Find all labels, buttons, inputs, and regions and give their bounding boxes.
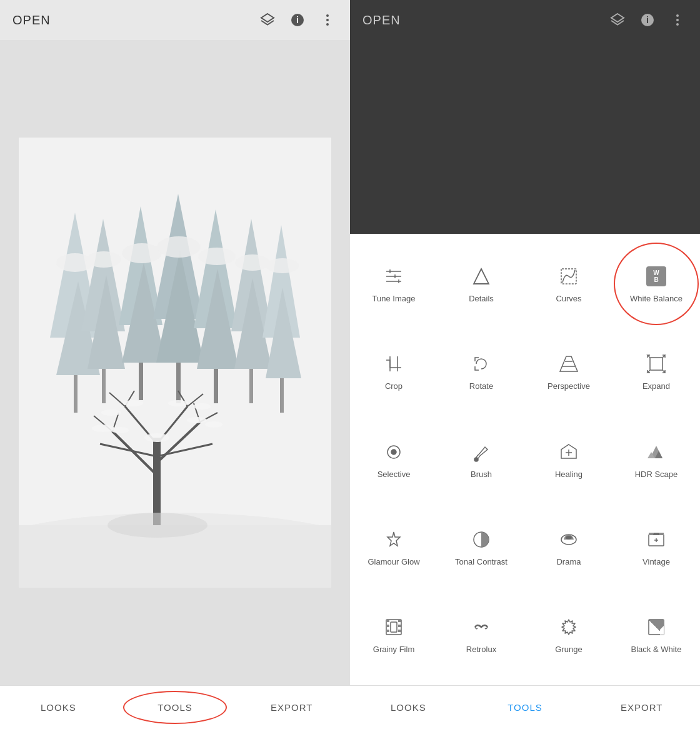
svg-point-4 [326, 19, 329, 21]
glamour-label: Glamour Glow [368, 557, 419, 568]
svg-point-65 [676, 14, 679, 17]
svg-rect-37 [153, 438, 161, 525]
left-header: OPEN i [0, 0, 350, 40]
svg-point-94 [566, 536, 571, 539]
tune-image-label: Tune Image [372, 294, 416, 304]
svg-point-5 [326, 23, 329, 26]
tool-tonal-contrast[interactable]: Tonal Contrast [438, 503, 525, 591]
selective-icon [381, 440, 406, 465]
right-layers-icon[interactable] [608, 10, 628, 30]
svg-point-61 [108, 513, 208, 538]
left-panel: OPEN i [0, 0, 350, 729]
right-header-icons: i [608, 10, 688, 30]
left-header-title: OPEN [12, 13, 51, 28]
svg-point-56 [101, 410, 121, 416]
right-header-title: OPEN [362, 13, 401, 28]
right-info-icon[interactable]: i [638, 10, 658, 30]
svg-rect-11 [74, 375, 78, 413]
tool-hdr-scape[interactable]: HDR Scape [612, 416, 700, 503]
tool-white-balance[interactable]: WB White Balance [612, 240, 700, 328]
svg-point-35 [235, 254, 270, 271]
svg-rect-20 [176, 363, 181, 403]
right-nav-export[interactable]: EXPORT [583, 686, 700, 729]
tool-grainy-film[interactable]: Grainy Film [350, 591, 438, 679]
tool-grunge[interactable]: Grunge [525, 591, 612, 679]
details-label: Details [469, 294, 494, 304]
vintage-icon [644, 527, 669, 552]
tool-healing[interactable]: Healing [525, 416, 612, 503]
hdr-icon [644, 440, 669, 465]
svg-marker-0 [261, 14, 274, 22]
svg-point-53 [111, 427, 129, 433]
right-dark-area [350, 40, 700, 234]
tool-curves[interactable]: Curves [525, 240, 612, 328]
svg-rect-103 [386, 630, 389, 632]
crop-label: Crop [385, 381, 402, 392]
photo-container [0, 40, 350, 685]
photo-frame [19, 138, 331, 588]
tool-glamour-glow[interactable]: Glamour Glow [350, 503, 438, 591]
hdr-label: HDR Scape [635, 470, 678, 480]
tool-perspective[interactable]: Perspective [525, 328, 612, 415]
bw-icon [644, 615, 669, 640]
svg-marker-74 [474, 269, 489, 284]
perspective-icon [556, 351, 581, 376]
tool-drama[interactable]: Drama [525, 503, 612, 591]
svg-point-36 [266, 258, 299, 273]
svg-rect-23 [214, 369, 218, 403]
tool-tune-image[interactable]: Tune Image [350, 240, 438, 328]
tool-details[interactable]: Details [438, 240, 525, 328]
rotate-label: Rotate [469, 381, 493, 392]
svg-rect-81 [650, 358, 662, 370]
svg-point-52 [92, 425, 114, 432]
svg-rect-107 [391, 622, 397, 632]
tool-selective[interactable]: Selective [350, 416, 438, 503]
svg-point-59 [193, 403, 211, 410]
brush-label: Brush [471, 470, 492, 480]
tool-crop[interactable]: Crop [350, 328, 438, 415]
drama-label: Drama [556, 557, 581, 568]
svg-point-60 [144, 433, 169, 442]
left-bottom-nav: LOOKS TOOLS EXPORT [0, 685, 350, 729]
svg-rect-17 [139, 363, 143, 400]
tool-expand[interactable]: Expand [612, 328, 700, 415]
rotate-icon [469, 351, 494, 376]
info-icon[interactable]: i [288, 10, 308, 30]
svg-point-83 [391, 450, 396, 455]
svg-rect-101 [386, 620, 389, 622]
vintage-label: Vintage [642, 557, 670, 568]
left-nav-export[interactable]: EXPORT [233, 686, 350, 729]
left-nav-tools[interactable]: TOOLS [117, 686, 234, 729]
svg-text:i: i [296, 15, 299, 25]
tool-black-white[interactable]: Black & White [612, 591, 700, 679]
perspective-label: Perspective [548, 381, 590, 392]
tool-vintage[interactable]: Vintage [612, 503, 700, 591]
svg-point-84 [474, 458, 478, 461]
tool-brush[interactable]: Brush [438, 416, 525, 503]
left-nav-looks[interactable]: LOOKS [0, 686, 117, 729]
layers-icon[interactable] [258, 10, 278, 30]
right-more-icon[interactable] [668, 10, 688, 30]
retrolux-icon [469, 615, 494, 640]
right-nav-tools[interactable]: TOOLS [467, 686, 584, 729]
tool-rotate[interactable]: Rotate [438, 328, 525, 415]
svg-point-34 [198, 248, 236, 265]
svg-rect-104 [398, 620, 401, 622]
more-vert-icon[interactable] [318, 10, 338, 30]
right-nav-looks[interactable]: LOOKS [350, 686, 467, 729]
healing-icon [556, 440, 581, 465]
curves-icon [556, 264, 581, 289]
svg-text:i: i [646, 15, 649, 25]
grunge-icon [556, 615, 581, 640]
svg-rect-106 [398, 630, 401, 632]
left-header-icons: i [258, 10, 338, 30]
svg-rect-14 [102, 369, 106, 403]
expand-label: Expand [642, 381, 670, 392]
svg-point-55 [205, 421, 222, 428]
wb-icon: WB [644, 264, 669, 289]
glamour-icon [381, 527, 406, 552]
tools-grid: Tune Image Details Curves WB [350, 234, 700, 685]
winter-photo [19, 138, 331, 588]
svg-point-57 [123, 400, 143, 406]
tool-retrolux[interactable]: Retrolux [438, 591, 525, 679]
